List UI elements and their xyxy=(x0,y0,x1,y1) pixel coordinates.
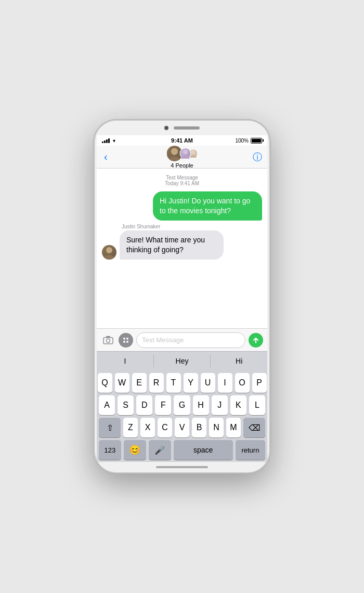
battery-percentage: 100% xyxy=(235,138,249,144)
key-s[interactable]: S xyxy=(118,395,134,415)
predictive-word-2[interactable]: Hey xyxy=(154,355,211,367)
key-a[interactable]: A xyxy=(99,395,115,415)
camera-button[interactable] xyxy=(101,333,115,347)
nav-center[interactable]: 4 People xyxy=(166,145,198,169)
keyboard-row-4: 123 😊 🎤 space return xyxy=(99,440,265,460)
return-key[interactable]: return xyxy=(236,440,265,460)
key-k[interactable]: K xyxy=(230,395,246,415)
key-i[interactable]: I xyxy=(218,373,232,393)
wifi-icon: ▾ xyxy=(113,138,115,144)
mic-key[interactable]: 🎤 xyxy=(149,440,171,460)
svg-point-1 xyxy=(168,157,180,161)
backspace-key[interactable]: ⌫ xyxy=(243,418,265,437)
key-t[interactable]: T xyxy=(166,373,181,393)
status-bar: ▾ 9:41 AM 100% xyxy=(97,135,267,146)
signal-bar-4 xyxy=(108,138,110,143)
predictive-word-1[interactable]: I xyxy=(97,355,154,367)
svg-point-5 xyxy=(190,156,196,158)
space-key[interactable]: space xyxy=(174,440,233,460)
signal-bar-1 xyxy=(102,141,103,143)
shift-key[interactable]: ⇧ xyxy=(99,418,121,437)
key-x[interactable]: X xyxy=(140,418,155,437)
avatar-sender xyxy=(102,245,116,260)
key-g[interactable]: G xyxy=(174,395,190,415)
status-right: 100% xyxy=(193,138,262,144)
key-q[interactable]: Q xyxy=(98,373,112,393)
volume-down-button xyxy=(94,227,95,250)
info-button[interactable]: ⓘ xyxy=(253,151,262,163)
phone-top-hardware xyxy=(95,121,269,135)
key-c[interactable]: C xyxy=(158,418,172,437)
front-camera xyxy=(164,126,168,130)
key-m[interactable]: M xyxy=(226,418,241,437)
speaker xyxy=(174,126,200,130)
input-bar: Text Message xyxy=(97,328,267,351)
signal-bar-2 xyxy=(104,140,106,143)
predictive-bar: I Hey Hi xyxy=(97,351,267,370)
svg-point-14 xyxy=(126,341,128,343)
outgoing-message: Hi Justin! Do you want to go to the movi… xyxy=(102,191,262,221)
key-f[interactable]: F xyxy=(155,395,171,415)
navigation-bar: ‹ xyxy=(97,146,267,169)
phone-device: ▾ 9:41 AM 100% ‹ xyxy=(94,120,270,473)
svg-point-12 xyxy=(126,338,128,340)
key-d[interactable]: D xyxy=(136,395,152,415)
key-o[interactable]: O xyxy=(235,373,250,393)
home-indicator xyxy=(156,466,208,468)
outgoing-bubble: Hi Justin! Do you want to go to the movi… xyxy=(153,191,262,221)
volume-up-button xyxy=(94,199,95,222)
svg-point-9 xyxy=(107,339,110,343)
avatar-overlay1 xyxy=(180,148,191,159)
key-h[interactable]: H xyxy=(193,395,209,415)
keyboard-row-3: ⇧ Z X C V B N M ⌫ xyxy=(99,418,265,437)
keyboard-row-1: Q W E R T Y U I O P xyxy=(99,373,265,393)
svg-point-3 xyxy=(181,156,189,159)
key-n[interactable]: N xyxy=(209,418,224,437)
svg-point-2 xyxy=(183,150,188,154)
predictive-word-3[interactable]: Hi xyxy=(211,355,267,367)
emoji-key[interactable]: 😊 xyxy=(124,440,146,460)
svg-point-4 xyxy=(191,151,195,154)
svg-point-13 xyxy=(123,341,125,343)
key-y[interactable]: Y xyxy=(184,373,198,393)
svg-point-6 xyxy=(106,247,112,253)
number-key[interactable]: 123 xyxy=(99,440,121,460)
svg-point-7 xyxy=(104,255,114,260)
key-w[interactable]: W xyxy=(115,373,129,393)
incoming-bubble: Sure! What time are you thinking of goin… xyxy=(120,230,224,260)
key-j[interactable]: J xyxy=(212,395,228,415)
key-b[interactable]: B xyxy=(192,418,206,437)
message-input-placeholder: Text Message xyxy=(142,336,184,344)
battery-fill xyxy=(252,139,261,143)
key-p[interactable]: P xyxy=(252,373,267,393)
incoming-message-group: Justin Shumaker Sure! What time are you … xyxy=(102,224,262,260)
power-button xyxy=(269,194,270,222)
mute-button xyxy=(94,178,95,192)
message-meta: Text Message Today 9:41 AM xyxy=(102,175,262,186)
key-l[interactable]: L xyxy=(249,395,265,415)
svg-point-11 xyxy=(123,338,125,340)
status-left: ▾ xyxy=(102,138,171,144)
status-time: 9:41 AM xyxy=(171,137,193,144)
screen: ▾ 9:41 AM 100% ‹ xyxy=(97,135,267,462)
phone-bottom-hardware xyxy=(95,462,269,472)
send-button[interactable] xyxy=(249,333,263,347)
nav-group-label: 4 People xyxy=(171,162,193,169)
apps-button[interactable] xyxy=(119,333,133,347)
sender-name: Justin Shumaker xyxy=(122,224,262,229)
key-z[interactable]: Z xyxy=(123,418,138,437)
messages-area: Text Message Today 9:41 AM Hi Justin! Do… xyxy=(97,169,267,328)
message-input-wrap[interactable]: Text Message xyxy=(136,332,245,348)
signal-bar-3 xyxy=(106,139,108,143)
key-r[interactable]: R xyxy=(149,373,164,393)
battery-icon xyxy=(251,138,262,144)
signal-bars xyxy=(102,138,110,143)
back-button[interactable]: ‹ xyxy=(102,149,110,165)
avatar-group xyxy=(166,145,198,162)
key-e[interactable]: E xyxy=(132,373,147,393)
key-u[interactable]: U xyxy=(201,373,215,393)
incoming-message-row: Sure! What time are you thinking of goin… xyxy=(102,230,262,260)
svg-rect-10 xyxy=(106,336,110,338)
key-v[interactable]: V xyxy=(175,418,189,437)
keyboard-row-2: A S D F G H J K L xyxy=(99,395,265,415)
